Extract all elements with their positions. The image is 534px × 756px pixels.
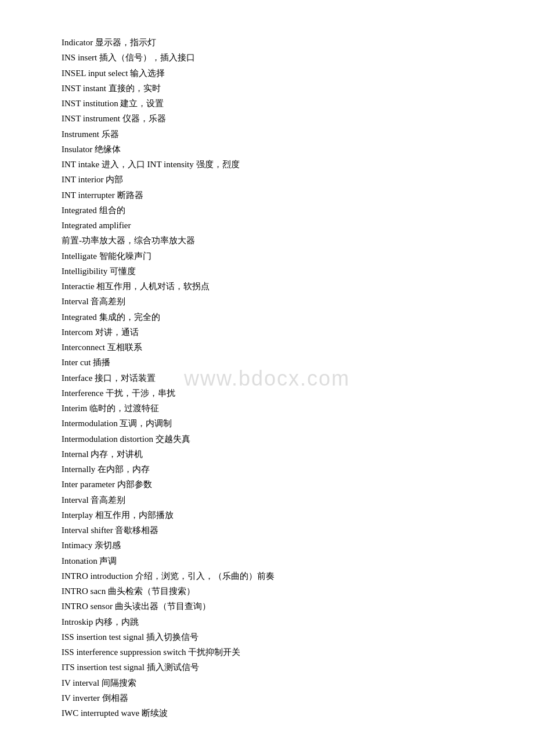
line-item: INST instant 直接的，实时	[62, 81, 488, 96]
line-item: Interval shifter 音歇移相器	[62, 523, 488, 538]
line-item: Inter parameter 内部参数	[62, 477, 488, 492]
line-item: ITS insertion test signal 插入测试信号	[62, 660, 488, 675]
line-item: Interactie 相互作用，人机对话，软拐点	[62, 279, 488, 294]
line-item: Interconnect 互相联系	[62, 340, 488, 355]
line-item: Integrated 集成的，完全的	[62, 309, 488, 325]
line-item: IV inverter 倒相器	[62, 690, 488, 705]
line-item: Interval 音高差别	[62, 492, 488, 507]
line-item: Integrated amplifier	[62, 218, 488, 233]
line-item: Insulator 绝缘体	[62, 142, 488, 157]
line-item: Interim 临时的，过渡特征	[62, 401, 488, 416]
line-item: Internally 在内部，内存	[62, 462, 488, 477]
line-item: Introskip 内移，内跳	[62, 614, 488, 629]
line-item: Instrument 乐器	[62, 127, 488, 142]
line-item: INTRO sacn 曲头检索（节目搜索）	[62, 584, 488, 599]
line-item: Intelligibility 可懂度	[62, 264, 488, 279]
content-block: Indicator 显示器，指示灯INS insert 插入（信号），插入接口I…	[62, 35, 488, 721]
line-item: INST instrument 仪器，乐器	[62, 111, 488, 126]
line-item: 前置-功率放大器，综合功率放大器	[62, 233, 488, 248]
line-item: Intermodulation 互调，内调制	[62, 416, 488, 431]
line-item: Inter cut 插播	[62, 355, 488, 370]
line-item: INT interior 内部	[62, 172, 488, 187]
line-item: Intonation 声调	[62, 553, 488, 568]
line-item: IV interval 间隔搜索	[62, 675, 488, 690]
line-item: Intercom 对讲，通话	[62, 325, 488, 340]
line-item: INST institution 建立，设置	[62, 96, 488, 111]
line-item: Intimacy 亲切感	[62, 538, 488, 553]
line-item: Intermodulation distortion 交越失真	[62, 431, 488, 447]
line-item: Internal 内存，对讲机	[62, 447, 488, 462]
line-item: ISS interference suppression switch 干扰抑制…	[62, 645, 488, 660]
line-item: Interface 接口，对话装置	[62, 370, 488, 386]
line-item: Intelligate 智能化噪声门	[62, 249, 488, 264]
line-item: Integrated 组合的	[62, 203, 488, 218]
line-item: IWC interrupted wave 断续波	[62, 705, 488, 721]
line-item: Interval 音高差别	[62, 294, 488, 309]
line-item: INTRO sensor 曲头读出器（节目查询）	[62, 599, 488, 614]
line-item: INSEL input select 输入选择	[62, 66, 488, 81]
line-item: ISS insertion test signal 插入切换信号	[62, 629, 488, 645]
line-item: INS insert 插入（信号），插入接口	[62, 50, 488, 65]
line-item: Indicator 显示器，指示灯	[62, 35, 488, 50]
line-item: INTRO introduction 介绍，浏览，引入，（乐曲的）前奏	[62, 568, 488, 584]
line-item: INT interrupter 断路器	[62, 188, 488, 203]
line-item: Interplay 相互作用，内部播放	[62, 507, 488, 523]
line-item: INT intake 进入，入口 INT intensity 强度，烈度	[62, 157, 488, 172]
line-item: Interference 干扰，干涉，串扰	[62, 386, 488, 401]
